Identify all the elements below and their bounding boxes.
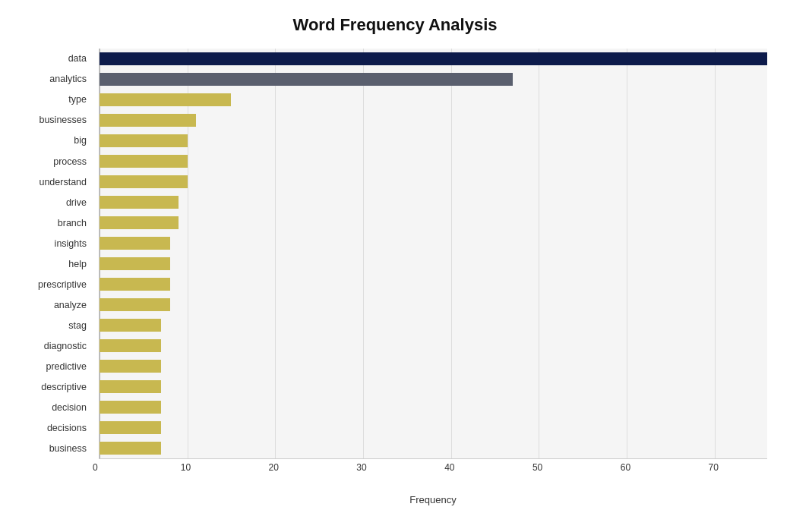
y-label-process: process	[53, 157, 93, 167]
y-label-branch: branch	[58, 219, 93, 228]
y-label-understand: understand	[39, 178, 93, 187]
y-label-prescriptive: prescriptive	[38, 280, 93, 290]
y-label-businesses: businesses	[39, 115, 93, 125]
y-label-data: data	[68, 54, 93, 64]
y-label-help: help	[68, 260, 93, 269]
bar-process	[100, 155, 188, 168]
bar-row-businesses	[100, 110, 767, 131]
y-label-type: type	[68, 95, 93, 105]
bar-big	[100, 134, 188, 148]
bar-type	[100, 93, 231, 107]
bar-row-type	[100, 90, 767, 110]
bar-predictive	[100, 360, 161, 373]
x-tick-50: 50	[532, 462, 542, 473]
y-label-business: business	[49, 444, 93, 454]
y-label-decisions: decisions	[47, 423, 93, 433]
bar-descriptive	[100, 380, 161, 394]
bar-row-predictive	[100, 356, 767, 376]
y-label-decision: decision	[52, 403, 93, 413]
bar-drive	[100, 196, 179, 209]
bar-row-prescriptive	[100, 274, 767, 294]
y-label-analyze: analyze	[54, 301, 93, 310]
y-label-analytics: analytics	[49, 74, 93, 84]
x-tick-0: 0	[93, 462, 98, 473]
x-tick-10: 10	[181, 462, 191, 473]
bar-diagnostic	[100, 339, 161, 353]
x-tick-60: 60	[621, 462, 630, 473]
y-label-big: big	[74, 136, 93, 146]
bar-decision	[100, 401, 161, 414]
y-label-diagnostic: diagnostic	[44, 342, 93, 351]
bar-analyze	[100, 298, 170, 312]
bar-row-decision	[100, 397, 767, 417]
bar-row-diagnostic	[100, 335, 767, 356]
bar-business	[100, 442, 161, 455]
chart-container: Word Frequency Analysis dataanalyticstyp…	[0, 0, 790, 532]
bar-stag	[100, 319, 161, 332]
bar-data	[100, 52, 767, 66]
bar-prescriptive	[100, 278, 170, 291]
bar-row-drive	[100, 192, 767, 212]
y-label-descriptive: descriptive	[41, 382, 93, 392]
bar-row-understand	[100, 172, 767, 192]
bar-businesses	[100, 114, 196, 127]
bar-row-stag	[100, 315, 767, 335]
bar-analytics	[100, 73, 513, 87]
bar-branch	[100, 216, 179, 230]
x-tick-20: 20	[269, 462, 279, 473]
x-axis-label: Frequency	[99, 494, 767, 505]
bar-row-insights	[100, 233, 767, 253]
bar-insights	[100, 237, 170, 250]
bar-row-data	[100, 49, 767, 69]
bar-row-branch	[100, 212, 767, 233]
bar-row-analytics	[100, 69, 767, 90]
bar-row-business	[100, 438, 767, 458]
y-label-insights: insights	[55, 239, 93, 249]
bar-row-descriptive	[100, 376, 767, 397]
bar-row-process	[100, 151, 767, 172]
bar-understand	[100, 175, 188, 189]
y-label-drive: drive	[66, 198, 93, 208]
bar-row-decisions	[100, 417, 767, 438]
y-label-stag: stag	[68, 321, 93, 331]
x-tick-40: 40	[444, 462, 454, 473]
y-axis: dataanalyticstypebusinessesbigprocessund…	[23, 49, 99, 459]
plot-area	[99, 49, 767, 459]
bar-row-help	[100, 253, 767, 274]
y-label-predictive: predictive	[46, 362, 93, 372]
bar-row-big	[100, 131, 767, 151]
bar-help	[100, 257, 170, 271]
bar-decisions	[100, 421, 161, 435]
x-tick-70: 70	[708, 462, 718, 473]
bar-row-analyze	[100, 294, 767, 315]
chart-title: Word Frequency Analysis	[23, 15, 767, 35]
x-axis: 010203040506070	[99, 459, 767, 493]
x-tick-30: 30	[356, 462, 366, 473]
